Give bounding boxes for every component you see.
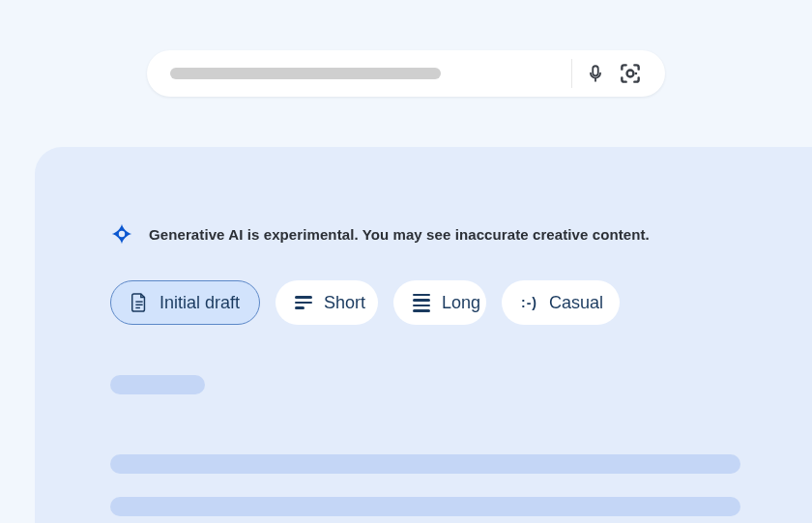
chip-casual[interactable]: :-) Casual (502, 280, 620, 325)
chip-short[interactable]: Short (276, 280, 378, 325)
chip-label: Short (324, 293, 365, 313)
sparkle-icon (110, 222, 133, 246)
content-skeleton (110, 375, 737, 523)
search-divider (571, 59, 572, 88)
search-area (0, 0, 812, 97)
chip-long[interactable]: Long (393, 280, 486, 325)
chip-label: Initial draft (160, 293, 240, 313)
generative-ai-panel: Generative AI is experimental. You may s… (35, 147, 812, 523)
smiley-icon: :-) (521, 295, 537, 310)
lens-icon (618, 61, 643, 86)
draft-style-chips: Initial draft Short (110, 280, 737, 325)
search-placeholder-skeleton (170, 68, 441, 79)
short-lines-icon (295, 296, 312, 309)
lens-search-button[interactable] (613, 56, 648, 91)
search-bar[interactable] (147, 50, 665, 97)
disclaimer-text: Generative AI is experimental. You may s… (149, 226, 650, 243)
microphone-icon (585, 63, 606, 84)
svg-point-0 (627, 71, 634, 77)
document-icon (130, 293, 148, 312)
chip-initial-draft[interactable]: Initial draft (110, 280, 260, 325)
chip-label: Casual (549, 293, 603, 313)
svg-point-2 (119, 231, 125, 237)
disclaimer-row: Generative AI is experimental. You may s… (110, 222, 737, 246)
chip-label: Long (442, 293, 480, 313)
svg-point-1 (635, 73, 638, 75)
skeleton-line (110, 497, 740, 516)
voice-search-button[interactable] (578, 56, 613, 91)
long-lines-icon (413, 294, 430, 312)
skeleton-line (110, 375, 205, 394)
skeleton-line (110, 454, 740, 474)
